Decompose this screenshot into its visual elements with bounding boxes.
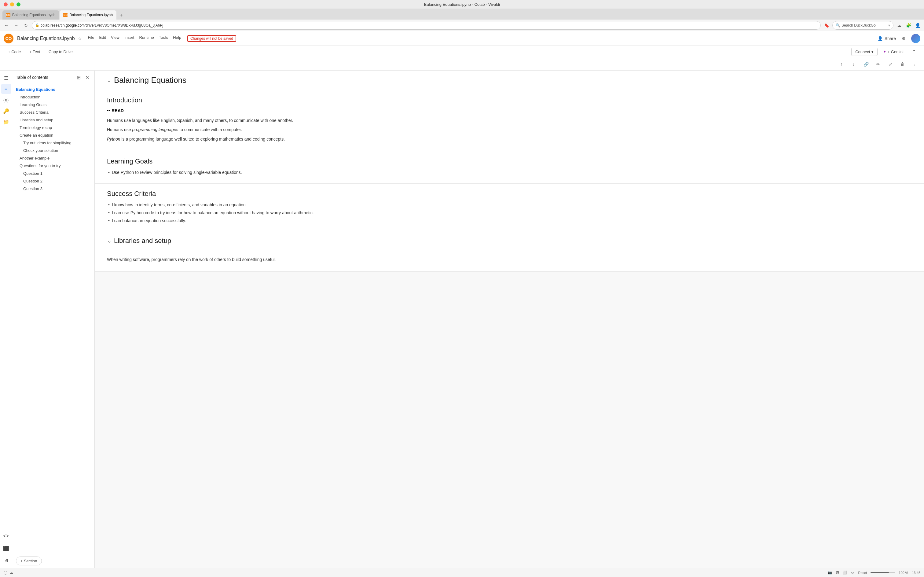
search-bar[interactable]: 🔍 Search DuckDuckGo ▾ [832, 21, 893, 30]
more-icon[interactable]: ⋮ [911, 60, 919, 68]
toc-close-icon[interactable]: ✕ [84, 74, 91, 81]
colab-logo: CO [4, 34, 13, 44]
toc-item-another-example[interactable]: Another example [12, 154, 94, 162]
toc-item-balancing-equations[interactable]: Balancing Equations [12, 85, 94, 93]
toc-item-introduction[interactable]: Introduction [12, 93, 94, 101]
image-icon[interactable]: 🖼 [836, 571, 839, 575]
toc-item-try-out[interactable]: Try out ideas for simplifying [12, 139, 94, 147]
bookmark-button[interactable]: 🔖 [823, 21, 831, 29]
tab-2[interactable]: CO Balancing Equations.ipynb [60, 10, 116, 19]
window-icon[interactable]: ⬜ [843, 571, 847, 575]
connect-dropdown-icon[interactable]: ▾ [871, 50, 874, 54]
monitor-icon-button[interactable]: 🖥 [1, 556, 11, 566]
toc-item-create-equation[interactable]: Create an equation [12, 131, 94, 139]
toc-layout-icon[interactable]: ⊞ [75, 74, 82, 81]
toc-item-learning-goals[interactable]: Learning Goals [12, 101, 94, 108]
files-icon-button[interactable]: 📁 [1, 117, 11, 127]
maximize-button[interactable] [16, 2, 21, 6]
toc-item-q3[interactable]: Question 3 [12, 185, 94, 193]
section-title: ⌄ Balancing Equations [107, 76, 912, 85]
toc-item-q2[interactable]: Question 2 [12, 177, 94, 185]
toc-item-check-solution[interactable]: Check your solution [12, 147, 94, 154]
clock: 13:45 [912, 571, 920, 575]
tab-label-2: Balancing Equations.ipynb [69, 13, 113, 17]
edit-icon[interactable]: ✏ [874, 60, 882, 68]
user-avatar[interactable] [911, 34, 920, 43]
notebook-content[interactable]: ⌄ Balancing Equations Introduction •• RE… [95, 71, 924, 568]
cloud-icon[interactable]: ☁ [895, 21, 903, 29]
cell-action-bar: ↑ ↓ 🔗 ✏ ⤢ 🗑 ⋮ [0, 58, 924, 71]
connect-button[interactable]: Connect ▾ [851, 48, 877, 56]
toc-title: Table of contents [16, 75, 48, 80]
connect-label: Connect [855, 50, 870, 54]
minimize-button[interactable] [10, 2, 14, 6]
success-2: I can use Python code to try ideas for h… [107, 210, 912, 216]
back-button[interactable]: ← [2, 21, 10, 29]
toc-header: Table of contents ⊞ ✕ [12, 71, 94, 84]
move-down-icon[interactable]: ↓ [850, 60, 858, 68]
toc-item-questions[interactable]: Questions for you to try [12, 162, 94, 169]
toc-item-terminology[interactable]: Terminology recap [12, 124, 94, 131]
gemini-button[interactable]: ✦ + Gemini [879, 48, 907, 56]
success-3: I can balance an equation successfully. [107, 217, 912, 224]
menu-tools[interactable]: Tools [159, 35, 168, 42]
reset-label[interactable]: Reset [858, 571, 867, 575]
toc-item-libraries[interactable]: Libraries and setup [12, 116, 94, 124]
star-icon[interactable]: ☆ [78, 36, 82, 41]
section-header-cell: ⌄ Balancing Equations [95, 71, 924, 90]
tab-1[interactable]: CO Balancing Equations.ipynb [2, 10, 59, 19]
profile-icon[interactable]: 👤 [914, 21, 922, 29]
delete-icon[interactable]: 🗑 [898, 60, 907, 68]
url-bar[interactable]: 🔒 colab.research.google.com/drive/1VrdV8… [32, 21, 821, 30]
zoom-control[interactable] [871, 572, 895, 573]
toc-item-success-criteria[interactable]: Success Criteria [12, 108, 94, 116]
window-controls[interactable] [4, 2, 21, 6]
code-brackets-icon[interactable]: <> [851, 571, 855, 575]
section-title-text: Balancing Equations [114, 76, 187, 85]
menu-runtime[interactable]: Runtime [139, 35, 154, 42]
link-icon[interactable]: 🔗 [862, 60, 870, 68]
search-placeholder: Search DuckDuckGo [842, 23, 876, 27]
copy-to-drive-button[interactable]: Copy to Drive [45, 48, 76, 55]
section-chevron[interactable]: ⌄ [107, 77, 111, 84]
expand-icon[interactable]: ⤢ [886, 60, 895, 68]
libraries-chevron[interactable]: ⌄ [107, 237, 111, 244]
settings-button[interactable]: ⚙ [900, 34, 908, 42]
secrets-icon-button[interactable]: 🔑 [1, 106, 11, 116]
menu-edit[interactable]: Edit [99, 35, 106, 42]
menu-insert[interactable]: Insert [124, 35, 134, 42]
search-dropdown-icon[interactable]: ▾ [888, 23, 890, 27]
libraries-title: ⌄ Libraries and setup [107, 237, 912, 245]
terminal-icon-button[interactable]: ⬛ [1, 543, 11, 553]
libraries-cell: ⌄ Libraries and setup [95, 232, 924, 250]
variables-icon-button[interactable]: {x} [1, 95, 11, 105]
colab-header: CO Balancing Equations.ipynb ☆ File Edit… [0, 31, 924, 46]
share-button[interactable]: 👤 Share [877, 36, 896, 41]
header-right: 👤 Share ⚙ [877, 34, 920, 43]
forward-button[interactable]: → [12, 21, 20, 29]
collapse-button[interactable]: ⌃ [909, 48, 919, 56]
toggle-sidebar-button[interactable]: ☰ [1, 73, 11, 83]
add-code-button[interactable]: + Code [5, 48, 24, 55]
success-1: I know how to identify terms, co-efficie… [107, 201, 912, 208]
move-up-icon[interactable]: ↑ [837, 60, 846, 68]
toc-icon-button[interactable]: ≡ [1, 84, 11, 94]
menu-file[interactable]: File [88, 35, 94, 42]
add-section-button[interactable]: + Section [16, 556, 42, 566]
add-text-button[interactable]: + Text [26, 48, 43, 55]
zoom-slider[interactable] [871, 572, 895, 573]
title-bar: Balancing Equations.ipynb - Colab - Viva… [0, 0, 924, 8]
status-right: 📷 🖼 ⬜ <> Reset 100 % 13:45 [828, 571, 920, 575]
menu-view[interactable]: View [111, 35, 119, 42]
sidebar-icons: ☰ ≡ {x} 🔑 📁 <> ⬛ 🖥 [0, 71, 12, 568]
content-wrapper: ⌄ Balancing Equations Introduction •• RE… [95, 71, 924, 568]
menu-help[interactable]: Help [173, 35, 181, 42]
new-tab-button[interactable]: + [117, 11, 126, 19]
screenshot-icon[interactable]: 📷 [828, 571, 832, 575]
code-icon-button[interactable]: <> [1, 531, 11, 541]
extensions-icon[interactable]: 🧩 [905, 21, 913, 29]
close-button[interactable] [4, 2, 8, 6]
reload-button[interactable]: ↻ [22, 21, 30, 29]
toc-item-q1[interactable]: Question 1 [12, 169, 94, 177]
libraries-desc: When writing software, programmers rely … [107, 256, 912, 263]
